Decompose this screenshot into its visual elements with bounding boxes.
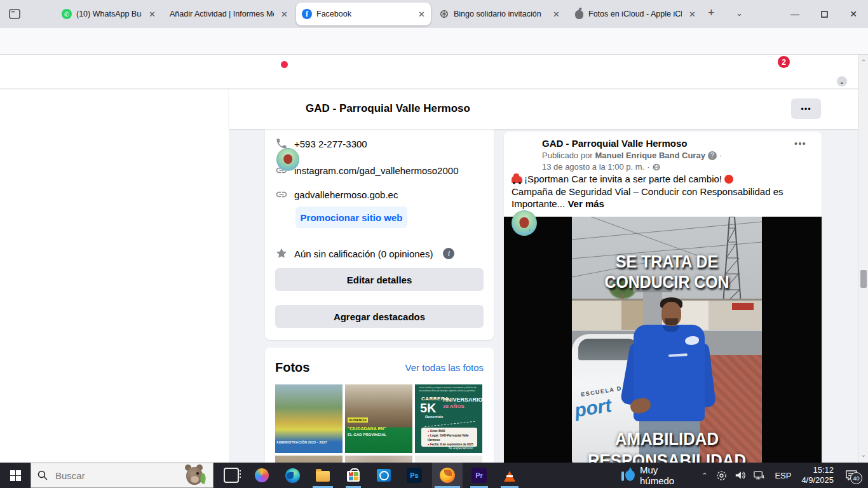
- video-overlay-text: RESPONSABILIDAD: [580, 451, 754, 463]
- close-icon[interactable]: ✕: [281, 10, 288, 19]
- close-icon[interactable]: ✕: [149, 10, 156, 19]
- file-explorer-icon: [316, 471, 330, 482]
- photo-thumbnail[interactable]: ADMINISTRACIÓN 2023 - 2027: [275, 384, 342, 453]
- info-icon[interactable]: i: [443, 248, 454, 259]
- whatsapp-icon: ✆: [62, 9, 72, 19]
- website-link[interactable]: gadvallehermoso.gob.ec: [294, 189, 398, 200]
- scrollbar-thumb[interactable]: [860, 270, 867, 288]
- volume-icon[interactable]: [735, 470, 746, 480]
- firefox-view-icon[interactable]: [6, 6, 23, 22]
- close-icon[interactable]: ✕: [418, 10, 425, 19]
- firefox-icon: [440, 468, 455, 483]
- copilot-icon: [255, 468, 269, 482]
- scroll-down-icon[interactable]: ⌄: [858, 451, 868, 458]
- clock-time: 15:12: [801, 465, 834, 475]
- see-more-link[interactable]: Ver más: [567, 198, 604, 209]
- scroll-up-icon[interactable]: ⌃: [858, 58, 868, 65]
- video-overlay-text: AMABILIDAD: [580, 429, 754, 449]
- add-highlights-label: Agregar destacados: [334, 311, 425, 322]
- rating-row: Aún sin calificación (0 opiniones) i: [275, 247, 454, 260]
- page-scrollbar[interactable]: ⌃ ⌄: [858, 55, 868, 463]
- page-header-avatar[interactable]: [276, 148, 299, 171]
- taskbar-search[interactable]: [31, 463, 214, 488]
- edge-icon: [285, 468, 300, 483]
- star-icon: [275, 247, 288, 260]
- microsoft-store-button[interactable]: [338, 463, 369, 488]
- facebook-icon: f: [302, 9, 312, 19]
- edge-button[interactable]: [277, 463, 308, 488]
- photoshop-button[interactable]: Ps: [399, 463, 430, 488]
- post-author-avatar[interactable]: [512, 210, 537, 236]
- task-view-button[interactable]: [216, 463, 247, 488]
- bear-image[interactable]: [185, 464, 207, 486]
- new-tab-button[interactable]: +: [708, 6, 715, 20]
- browser-tab-bar: ✆ (10) WhatsApp Business ✕ Añadir Activi…: [0, 0, 868, 28]
- browser-tab-bingo[interactable]: Bingo solidario invitación ✕: [433, 3, 566, 25]
- car-emoji: [512, 176, 522, 183]
- photo-caption: ADMINISTRACIÓN 2023 - 2027: [276, 440, 327, 444]
- firefox-button[interactable]: [432, 463, 463, 488]
- capture-icon[interactable]: [716, 470, 727, 481]
- promote-website-button[interactable]: Promocionar sitio web: [295, 207, 407, 228]
- premiere-button[interactable]: Pr: [464, 463, 494, 488]
- copilot-button[interactable]: [247, 463, 277, 488]
- close-icon[interactable]: ✕: [689, 10, 696, 19]
- photo-caption: EL GAD PROVINCIAL: [348, 433, 386, 437]
- photo-caption: ANIVERSARIO: [443, 396, 482, 403]
- instagram-link[interactable]: instagram.com/gad_vallehermoso2000: [294, 165, 458, 176]
- tab-title: Añadir Actividad | Informes Mens: [170, 10, 274, 18]
- browser-tab-facebook[interactable]: f Facebook ✕: [296, 3, 431, 25]
- photo-caption: Te esperamos!: [448, 446, 473, 450]
- window-minimize-button[interactable]: —: [780, 0, 810, 28]
- outlook-button[interactable]: [369, 463, 399, 488]
- post-author-name[interactable]: GAD - Parroquial Valle Hermoso: [542, 138, 687, 149]
- post-timestamp-row: 13 de agosto a la 1:00 p. m. ·: [542, 162, 660, 172]
- tab-list-chevron-icon[interactable]: ⌄: [736, 8, 743, 18]
- taskbar-search-input[interactable]: [54, 470, 165, 482]
- photo-caption: "CIUDADANA EN": [348, 426, 386, 431]
- post-text-line: ¡Sportman Car te invita a ser parte del …: [512, 173, 815, 184]
- language-indicator[interactable]: ESP: [775, 471, 791, 480]
- add-highlights-button[interactable]: Agregar destacados: [275, 305, 484, 328]
- photo-thumbnail[interactable]: AUDIENCIA "CIUDADANA EN" EL GAD PROVINCI…: [345, 384, 412, 453]
- facebook-header: [0, 55, 868, 88]
- post-more-button[interactable]: •••: [794, 139, 806, 149]
- window-close-button[interactable]: ✕: [839, 0, 868, 28]
- photos-title: Fotos: [275, 360, 309, 375]
- page-title: GAD - Parroquial Valle Hermoso: [306, 102, 470, 115]
- close-icon[interactable]: ✕: [553, 10, 560, 19]
- edit-details-button[interactable]: Editar detalles: [275, 268, 484, 291]
- post-timestamp[interactable]: 13 de agosto a la 1:00 p. m.: [542, 162, 644, 172]
- photo-caption: Recorrido: [425, 415, 443, 419]
- microsoft-store-icon: [347, 471, 360, 482]
- notification-center-button[interactable]: 40: [845, 470, 858, 481]
- weather-icon[interactable]: [621, 470, 635, 481]
- photo-thumbnail[interactable]: con tu familia y amigos a nuestras corre…: [415, 384, 482, 453]
- publisher-name[interactable]: Manuel Enrique Band Curay: [595, 151, 705, 160]
- tray-expand-chevron-icon[interactable]: ⌃: [702, 471, 707, 480]
- taskbar-clock[interactable]: 15:12 4/9/2025: [801, 465, 834, 485]
- network-icon[interactable]: [754, 470, 766, 480]
- website-link-row[interactable]: gadvallehermoso.gob.ec: [275, 188, 398, 201]
- vlc-button[interactable]: [494, 463, 525, 488]
- weather-label[interactable]: Muy húmedo: [640, 464, 688, 486]
- screen: ✆ (10) WhatsApp Business ✕ Añadir Activi…: [0, 0, 868, 488]
- post-video[interactable]: ESCUELA D port SE TRATA DE CONDUCIR CON …: [504, 217, 822, 463]
- post-published-by: Publicado por Manuel Enrique Band Curay …: [542, 151, 722, 160]
- browser-tab-informes[interactable]: Añadir Actividad | Informes Mens ✕: [164, 3, 294, 25]
- photo-caption: ● Hora: 8h30 ● Lugar: GAD-Parroquial Val…: [421, 428, 477, 447]
- tab-title: Facebook: [316, 10, 411, 18]
- messenger-badge: 2: [778, 56, 790, 68]
- window-maximize-button[interactable]: [810, 0, 839, 28]
- browser-tab-whatsapp[interactable]: ✆ (10) WhatsApp Business ✕: [56, 3, 161, 25]
- profile-chevron-icon[interactable]: ⌄: [836, 76, 848, 87]
- globe-icon: [653, 163, 660, 171]
- see-all-photos-link[interactable]: Ver todas las fotos: [405, 362, 484, 373]
- browser-tab-icloud[interactable]: Fotos en iCloud - Apple iClou ✕: [568, 3, 702, 25]
- start-button[interactable]: [0, 463, 31, 488]
- question-badge-icon[interactable]: ?: [708, 151, 717, 160]
- page-more-button[interactable]: •••: [791, 98, 821, 119]
- instagram-link-row[interactable]: instagram.com/gad_vallehermoso2000: [275, 164, 458, 177]
- browser-toolbar: www.facebook.com/profile.php?id=10009370…: [0, 28, 868, 55]
- file-explorer-button[interactable]: [308, 463, 338, 488]
